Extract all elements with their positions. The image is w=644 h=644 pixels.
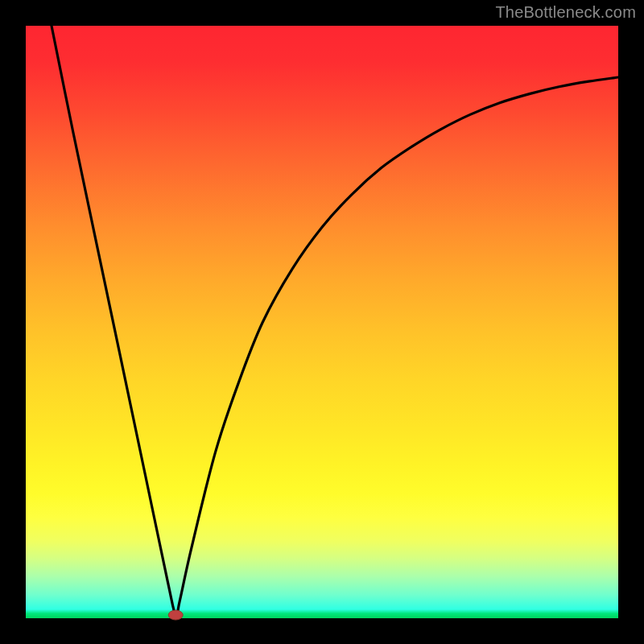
plot-area bbox=[26, 26, 618, 618]
watermark-label: TheBottleneck.com bbox=[495, 3, 636, 22]
chart-frame: TheBottleneck.com bbox=[0, 0, 644, 644]
minimum-marker bbox=[168, 610, 183, 620]
bottleneck-curve bbox=[26, 26, 618, 618]
curve-path bbox=[52, 26, 618, 616]
